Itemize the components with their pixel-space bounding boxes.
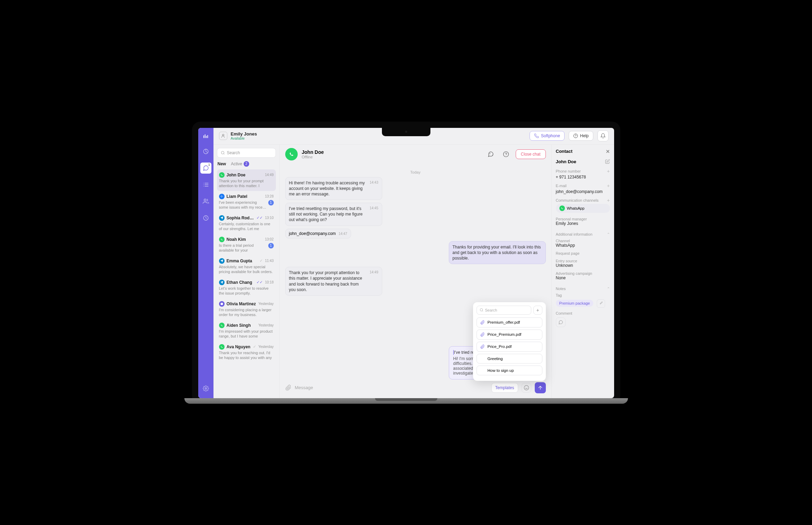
message-out: Thanks for providing your email. I'll lo…	[449, 241, 546, 264]
conversation-item[interactable]: Ethan Chang ✓✓ 10:18 Let's work together…	[217, 277, 276, 298]
template-item[interactable]: Price_Premium.pdf	[477, 330, 542, 340]
contact-email: john_doe@company.com	[556, 189, 610, 194]
conversation-name: Aiden Singh	[227, 323, 256, 328]
bell-icon	[600, 133, 606, 139]
conversation-name: Emma Gupta	[227, 259, 258, 263]
template-label: Price_Premium.pdf	[488, 332, 522, 336]
message-time: 14:47	[339, 232, 347, 236]
conversation-item[interactable]: Liam Patel 13:28 I've been experiencing …	[217, 191, 276, 212]
add-phone-button[interactable]: +	[607, 168, 610, 174]
nav-contacts[interactable]	[200, 196, 211, 207]
smile-icon	[524, 385, 529, 391]
template-label: How to sign up	[488, 368, 514, 373]
app-logo	[202, 132, 210, 140]
paperclip-icon	[480, 320, 485, 325]
tab-new[interactable]: New	[218, 161, 226, 167]
svg-point-13	[480, 308, 482, 311]
conversation-sidebar: Search New Active 2 John Doe 14:49 Thank…	[213, 145, 279, 398]
svg-point-8	[221, 197, 222, 198]
tg-icon	[219, 215, 225, 221]
templates-popup: Search + Premium_offer.pdfPrice_Premium.…	[473, 302, 546, 381]
svg-point-2	[205, 387, 207, 389]
attachment-button[interactable]	[285, 385, 291, 391]
edit-tag-button[interactable]	[597, 299, 605, 308]
svg-rect-11	[220, 303, 223, 305]
conversation-item[interactable]: Olivia Martinez Yesterday I'm considerin…	[217, 298, 276, 320]
search-input[interactable]: Search	[217, 148, 276, 158]
search-icon	[480, 308, 483, 312]
templates-search-input[interactable]: Search	[477, 306, 531, 315]
edit-contact-button[interactable]	[605, 159, 610, 164]
add-comment-button[interactable]	[556, 317, 566, 327]
add-template-button[interactable]: +	[533, 306, 542, 315]
conversation-item[interactable]: Sophia Rodriguez ✓✓ 13:10 Certainly, cus…	[217, 212, 276, 234]
conversation-preview: I've been experiencing some issues with …	[219, 200, 267, 210]
close-chat-button[interactable]: Close chat	[516, 149, 546, 159]
add-channel-button[interactable]: +	[607, 198, 610, 203]
contact-name: John Doe	[556, 159, 576, 164]
transfer-icon	[488, 151, 494, 157]
nav-rail: 1	[198, 128, 213, 398]
agent-name: Emily Jones	[231, 131, 257, 137]
nav-tasks[interactable]	[200, 179, 211, 190]
emoji-button[interactable]	[522, 383, 531, 393]
channel-pill[interactable]: WhatsApp	[556, 204, 610, 213]
templates-button[interactable]: Templates	[491, 383, 518, 393]
conversation-name: Noah Kim	[227, 237, 263, 242]
nav-dashboard[interactable]	[200, 146, 211, 157]
template-item[interactable]: Price_Pro.pdf	[477, 342, 542, 352]
message-time: 14:49	[369, 270, 378, 275]
conversation-time: 14:49	[265, 173, 273, 177]
template-item[interactable]: How to sign up	[477, 366, 542, 375]
chevron-up-icon: ⌃	[607, 287, 610, 291]
help-button[interactable]: Help	[569, 131, 593, 141]
send-button[interactable]	[535, 382, 546, 393]
unread-badge: 1	[268, 200, 274, 205]
template-item[interactable]: Greeting	[477, 354, 542, 364]
conversation-preview: Absolutely, we have special pricing avai…	[219, 264, 274, 274]
svg-point-7	[221, 195, 222, 196]
message-input[interactable]: Message	[295, 385, 488, 390]
svg-point-4	[574, 134, 578, 138]
chat-contact-name: John Doe	[302, 149, 324, 155]
conversation-item[interactable]: John Doe 14:49 Thank you for your prompt…	[217, 169, 276, 191]
conversation-name: Ethan Chang	[227, 280, 255, 285]
tab-active[interactable]: Active 2	[231, 161, 249, 167]
message-time: 14:45	[369, 206, 378, 211]
conversation-time: Yesterday	[258, 323, 273, 327]
conversation-preview: Certainly, customization is one of our s…	[219, 221, 274, 231]
transfer-chat-button[interactable]	[485, 149, 496, 160]
nav-settings[interactable]	[200, 383, 211, 394]
edit-icon	[599, 301, 603, 305]
conversation-name: Liam Patel	[227, 194, 263, 199]
nav-chats[interactable]: 1	[200, 163, 211, 174]
tag-pill[interactable]: Premium package	[556, 300, 594, 307]
agent-info[interactable]: Emily Jones Available	[219, 131, 257, 140]
whatsapp-icon	[559, 205, 565, 211]
conversation-time: 13:10	[265, 216, 273, 220]
fb-icon	[219, 194, 225, 199]
additional-info-toggle[interactable]: Additional information ⌃	[556, 232, 610, 237]
softphone-button[interactable]: Softphone	[530, 131, 565, 141]
nav-history[interactable]	[200, 212, 211, 224]
conversation-item[interactable]: Noah Kim 13:02 Is there a trial period a…	[217, 234, 276, 255]
wa-icon	[219, 323, 225, 328]
template-item[interactable]: Premium_offer.pdf	[477, 317, 542, 327]
template-label: Premium_offer.pdf	[488, 320, 520, 324]
add-email-button[interactable]: +	[607, 183, 610, 189]
template-label: Greeting	[488, 357, 503, 361]
conversation-name: Ava Nguyen	[227, 344, 251, 349]
close-contact-button[interactable]: ✕	[606, 149, 610, 154]
conversation-time: 13:28	[265, 194, 273, 198]
conversation-item[interactable]: Aiden Singh Yesterday I'm impressed with…	[217, 320, 276, 341]
conversation-preview: Thank you for reaching out. I'd be happy…	[219, 350, 274, 360]
help-icon	[503, 151, 509, 157]
conversation-item[interactable]: Ava Nguyen ✓ Yesterday Thank you for rea…	[217, 341, 276, 363]
conversation-preview: I'm considering placing a larger order f…	[219, 307, 274, 317]
conversation-item[interactable]: Emma Gupta ✓ 11:43 Absolutely, we have s…	[217, 255, 276, 277]
notes-toggle[interactable]: Notes ⌃	[556, 287, 610, 291]
notifications-button[interactable]	[597, 130, 609, 141]
svg-point-9	[220, 196, 221, 197]
phone-icon	[534, 133, 539, 138]
chat-help-button[interactable]	[500, 149, 512, 160]
